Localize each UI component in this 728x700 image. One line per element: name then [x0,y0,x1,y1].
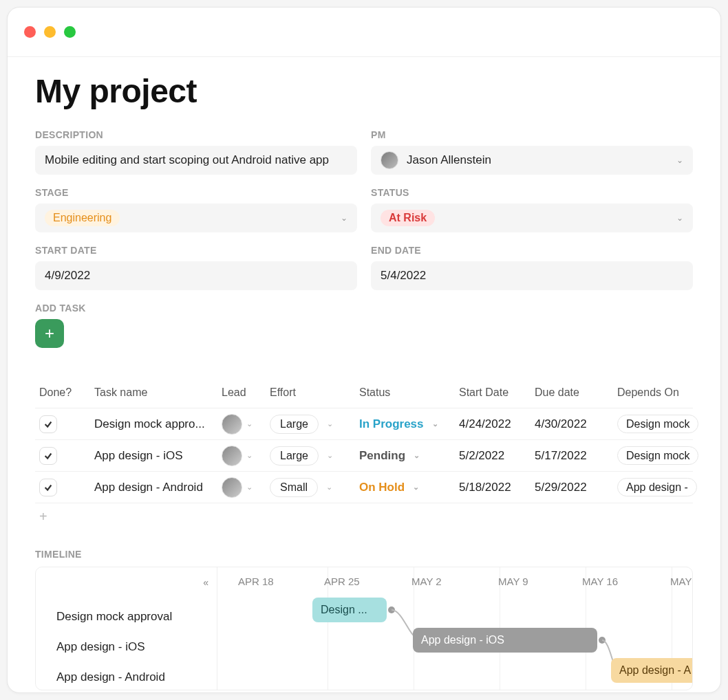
timeline-bar-label: Design ... [321,604,367,616]
status-cell[interactable]: Pending ⌄ [359,449,459,463]
effort-pill: Small [270,478,318,497]
col-effort: Effort [270,386,359,399]
stage-select[interactable]: Engineering ⌄ [35,204,357,232]
col-due: Due date [535,386,617,399]
check-icon [43,419,53,429]
add-row-button[interactable]: + [35,503,693,529]
effort-pill: Large [270,446,319,466]
timeline-chart[interactable]: APR 18 APR 25 MAY 2 MAY 9 MAY 16 MAY Des… [217,567,692,690]
lead-cell[interactable]: ⌄ [222,477,270,498]
timeline-date: APR 25 [324,576,360,587]
avatar [381,151,398,169]
add-task-section: ADD TASK + [35,303,693,348]
lead-cell[interactable]: ⌄ [222,446,270,466]
chevron-down-icon: ⌄ [327,419,333,428]
plus-icon: + [39,509,47,525]
depends-pill: App design - [617,478,697,496]
due-date-cell[interactable]: 5/17/2022 [535,449,617,463]
stage-label: STAGE [35,187,357,198]
timeline-bar-label: App design - A [619,664,691,677]
task-table: Done? Task name Lead Effort Status Start… [35,377,693,529]
stage-field: STAGE Engineering ⌄ [35,187,357,232]
effort-cell[interactable]: Large ⌄ [270,446,359,466]
timeline-date: MAY [670,576,692,587]
depends-cell[interactable]: App design - [617,481,697,494]
depends-cell[interactable]: Design mock [617,449,698,463]
effort-cell[interactable]: Large ⌄ [270,415,359,434]
avatar [222,477,242,498]
avatar [222,414,242,435]
timeline-bar[interactable]: App design - A [611,658,693,683]
collapse-icon[interactable]: « [203,577,208,588]
minimize-icon[interactable] [44,26,56,38]
done-checkbox[interactable] [39,447,57,465]
status-select[interactable]: At Risk ⌄ [371,204,693,232]
description-input[interactable]: Mobile editing and start scoping out And… [35,146,357,175]
done-checkbox[interactable] [39,415,57,433]
effort-pill: Large [270,415,319,434]
depends-cell[interactable]: Design mock [617,417,698,431]
task-name-cell[interactable]: App design - Android [94,481,222,494]
titlebar [8,8,720,57]
timeline-label: TIMELINE [35,549,693,560]
timeline-task[interactable]: Design mock approval [36,602,217,632]
add-task-button[interactable]: + [35,319,64,348]
table-row: App design - Android ⌄ Small ⌄ On Hold ⌄… [35,472,693,503]
plus-icon: + [45,324,54,343]
effort-cell[interactable]: Small ⌄ [270,478,359,497]
chevron-down-icon: ⌄ [246,451,253,460]
add-task-label: ADD TASK [35,303,693,314]
start-date-label: START DATE [35,245,357,256]
lead-cell[interactable]: ⌄ [222,414,270,435]
pm-value: Jason Allenstein [407,153,491,167]
timeline-task[interactable]: App design - Android [36,662,217,690]
status-text: In Progress [359,417,424,431]
timeline-bar[interactable]: App design - iOS [413,628,597,653]
due-date-cell[interactable]: 5/29/2022 [535,481,617,494]
timeline-task[interactable]: App design - iOS [36,632,217,662]
description-field: DESCRIPTION Mobile editing and start sco… [35,129,357,175]
timeline-bar-label: App design - iOS [421,634,504,646]
task-name-cell[interactable]: Design mock appro... [94,417,222,431]
chevron-down-icon: ⌄ [341,213,347,223]
chevron-down-icon: ⌄ [246,483,253,492]
status-cell[interactable]: In Progress ⌄ [359,417,459,431]
col-status: Status [359,386,459,399]
end-date-value: 5/4/2022 [381,269,426,283]
maximize-icon[interactable] [64,26,76,38]
description-label: DESCRIPTION [35,129,357,140]
chevron-down-icon: ⌄ [246,419,253,428]
stage-pill: Engineering [45,210,120,226]
chevron-down-icon: ⌄ [413,483,419,492]
col-depends: Depends On [617,386,689,399]
col-lead: Lead [222,386,270,399]
task-name-cell[interactable]: App design - iOS [94,449,222,463]
col-start: Start Date [459,386,535,399]
status-cell[interactable]: On Hold ⌄ [359,481,459,494]
depends-pill: Design mock [617,446,698,465]
start-date-cell[interactable]: 5/18/2022 [459,481,535,494]
check-icon [43,451,53,461]
chevron-down-icon: ⌄ [676,155,683,165]
timeline-section: TIMELINE « Design mock approval App desi… [35,549,693,690]
timeline-bar[interactable]: Design ... [312,598,387,622]
timeline-box: « Design mock approval App design - iOS … [35,567,693,690]
description-value: Mobile editing and start scoping out And… [45,153,329,167]
end-date-input[interactable]: 5/4/2022 [371,261,693,290]
pm-label: PM [371,129,693,140]
done-checkbox[interactable] [39,479,57,496]
timeline-date: MAY 9 [498,576,528,587]
start-date-cell[interactable]: 4/24/2022 [459,417,535,431]
due-date-cell[interactable]: 4/30/2022 [535,417,617,431]
timeline-task-list: « Design mock approval App design - iOS … [36,567,217,690]
close-icon[interactable] [24,26,36,38]
pm-select[interactable]: Jason Allenstein ⌄ [371,146,693,175]
start-date-cell[interactable]: 5/2/2022 [459,449,535,463]
col-task-name: Task name [94,386,222,399]
chevron-down-icon: ⌄ [432,419,438,428]
page-title: My project [35,72,693,110]
chevron-down-icon: ⌄ [414,451,420,460]
end-date-label: END DATE [371,245,693,256]
start-date-input[interactable]: 4/9/2022 [35,261,357,290]
chevron-down-icon: ⌄ [327,451,333,460]
